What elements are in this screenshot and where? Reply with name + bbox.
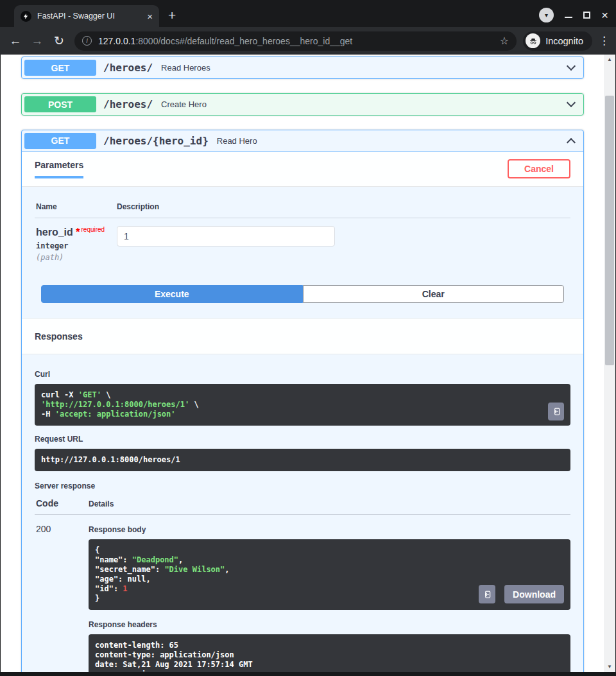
execute-button[interactable]: Execute: [41, 285, 303, 303]
response-body-block: { "name": "Deadpond", "secret_name": "Di…: [89, 539, 570, 610]
swagger-page: GET /heroes/ Read Heroes POST /heroes/ C…: [1, 55, 604, 672]
endpoint-path: /heroes/: [103, 98, 153, 110]
reload-button[interactable]: ↻: [50, 33, 68, 48]
bookmark-star-icon[interactable]: ☆: [500, 35, 509, 47]
parameter-name-cell: hero_id *required integer (path): [36, 226, 117, 262]
minimize-button[interactable]: [565, 17, 572, 18]
more-menu-button[interactable]: ⋮: [599, 34, 610, 48]
incognito-label: Incognito: [545, 36, 583, 46]
copy-response-button[interactable]: [479, 585, 495, 603]
parameters-table: Name Description hero_id *required integ…: [22, 187, 583, 262]
window-bottom-edge: [0, 672, 616, 676]
fastapi-favicon-icon: [21, 11, 31, 22]
curl-code-block: curl -X 'GET' \ 'http://127.0.0.1:8000/h…: [35, 384, 570, 426]
titlebar: FastAPI - Swagger UI × + ▾ ×: [0, 0, 616, 27]
incognito-icon: [526, 33, 540, 48]
scroll-down-icon[interactable]: ▼: [604, 662, 615, 672]
request-url-label: Request URL: [35, 435, 570, 444]
opblock-summary-get-heroes[interactable]: GET /heroes/ Read Heroes: [22, 57, 583, 78]
status-code: 200: [36, 524, 89, 672]
opblock-summary-get-hero-by-id[interactable]: GET /heroes/{hero_id} Read Hero: [22, 130, 583, 152]
parameter-value-cell: [117, 226, 335, 262]
required-asterisk: *: [76, 227, 80, 238]
copy-curl-button[interactable]: [548, 403, 564, 420]
opblock-get-heroes: GET /heroes/ Read Heroes: [21, 56, 584, 79]
new-tab-button[interactable]: +: [168, 8, 176, 22]
responses-header: Responses: [22, 318, 583, 354]
parameters-header: Parameters Cancel: [22, 152, 583, 187]
response-headers-label: Response headers: [89, 620, 570, 629]
endpoint-summary: Read Heroes: [161, 63, 568, 73]
responses-section: Curl curl -X 'GET' \ 'http://127.0.0.1:8…: [22, 354, 583, 672]
hero-id-input[interactable]: [117, 226, 335, 247]
description-column-header: Description: [117, 202, 159, 211]
browser-tab[interactable]: FastAPI - Swagger UI ×: [14, 5, 159, 27]
chevron-up-icon[interactable]: [567, 137, 576, 146]
scroll-up-icon[interactable]: ▲: [604, 55, 615, 65]
parameter-name: hero_id: [36, 227, 73, 238]
window-controls: ▾ ×: [539, 8, 608, 22]
parameter-type: integer: [36, 241, 117, 250]
response-headers-text: content-length: 65content-type: applicat…: [95, 641, 564, 672]
tab-search-button[interactable]: ▾: [539, 8, 554, 22]
browser-toolbar: ← → ↻ i 127.0.0.1:8000/docs#/default/rea…: [0, 27, 616, 55]
details-column-header: Details: [89, 499, 114, 508]
response-row: 200 Response body { "name": "Deadpond", …: [35, 515, 570, 672]
response-body-label: Response body: [89, 525, 570, 534]
url-host: 127.0.0.1: [98, 36, 135, 46]
parameters-table-header: Name Description: [35, 202, 570, 218]
server-response-label: Server response: [35, 481, 570, 490]
scroll-thumb[interactable]: [605, 96, 614, 365]
name-column-header: Name: [36, 202, 117, 211]
method-badge: GET: [24, 60, 96, 76]
clear-button[interactable]: Clear: [303, 285, 565, 303]
chevron-down-icon[interactable]: [567, 62, 576, 71]
forward-button[interactable]: →: [28, 34, 46, 48]
responses-table-header: Code Details: [35, 498, 570, 515]
browser-window: FastAPI - Swagger UI × + ▾ × ← → ↻ i 127…: [0, 0, 616, 676]
clipboard-icon: [552, 407, 561, 416]
back-button[interactable]: ←: [6, 34, 24, 48]
method-badge: POST: [24, 96, 96, 112]
execute-wrapper: Execute Clear: [41, 285, 564, 318]
url-path: :8000/docs#/default/read_hero_heroes__he…: [135, 36, 352, 46]
site-info-icon[interactable]: i: [82, 36, 92, 46]
close-window-button[interactable]: ×: [601, 9, 608, 21]
incognito-badge: Incognito: [523, 31, 592, 51]
opblock-summary-post-heroes[interactable]: POST /heroes/ Create Hero: [22, 94, 583, 115]
parameter-location: (path): [36, 253, 117, 262]
endpoint-summary: Read Hero: [217, 136, 568, 146]
download-button[interactable]: Download: [504, 585, 564, 603]
request-url-block: http://127.0.0.1:8000/heroes/1: [35, 449, 570, 471]
method-badge: GET: [24, 133, 96, 149]
endpoint-path: /heroes/{hero_id}: [103, 135, 209, 147]
response-headers-block: content-length: 65content-type: applicat…: [89, 634, 570, 672]
curl-command-text: curl -X 'GET' \ 'http://127.0.0.1:8000/h…: [41, 390, 564, 419]
maximize-button[interactable]: [583, 12, 590, 19]
tab-title: FastAPI - Swagger UI: [37, 12, 143, 21]
code-column-header: Code: [36, 498, 89, 508]
opblock-post-heroes: POST /heroes/ Create Hero: [21, 93, 584, 116]
cancel-button[interactable]: Cancel: [508, 159, 570, 178]
responses-title: Responses: [35, 331, 83, 342]
clipboard-icon: [483, 590, 492, 599]
request-url-text: http://127.0.0.1:8000/heroes/1: [41, 455, 180, 464]
chevron-down-icon[interactable]: [567, 98, 576, 107]
url-text[interactable]: 127.0.0.1:8000/docs#/default/read_hero_h…: [98, 36, 495, 46]
parameter-row: hero_id *required integer (path): [35, 218, 570, 262]
required-label: required: [81, 226, 105, 233]
curl-label: Curl: [35, 370, 570, 379]
opblock-get-hero-by-id: GET /heroes/{hero_id} Read Hero Paramete…: [21, 130, 584, 672]
parameters-tab[interactable]: Parameters: [35, 160, 83, 178]
endpoint-path: /heroes/: [103, 62, 153, 74]
tab-close-icon[interactable]: ×: [147, 11, 153, 22]
page-scrollbar[interactable]: ▲ ▼: [604, 55, 615, 672]
address-bar[interactable]: i 127.0.0.1:8000/docs#/default/read_hero…: [74, 31, 517, 51]
response-details-cell: Response body { "name": "Deadpond", "sec…: [89, 524, 570, 672]
endpoint-summary: Create Hero: [161, 100, 568, 109]
response-body-actions: Download: [479, 585, 564, 603]
